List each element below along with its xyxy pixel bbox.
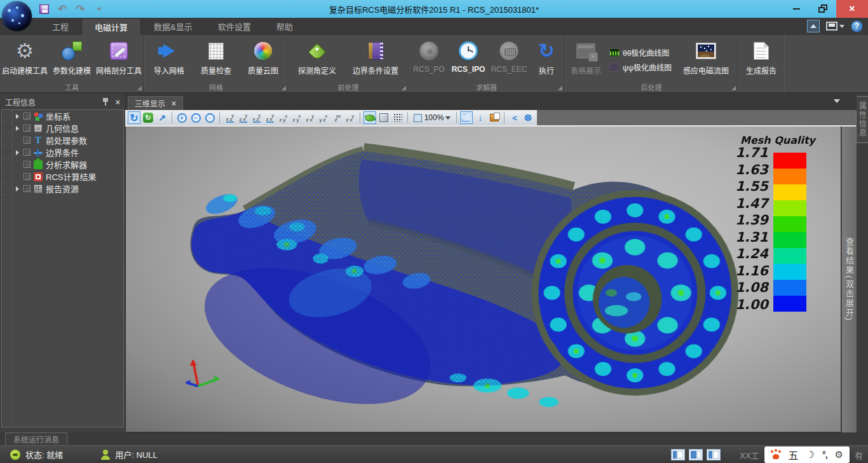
- pin-icon[interactable]: [102, 98, 109, 106]
- axis-view-button[interactable]: y zx: [343, 112, 356, 124]
- zoom-level-select[interactable]: 100%: [411, 111, 453, 124]
- tree-checkbox[interactable]: [24, 149, 31, 156]
- quality-check-button[interactable]: 质量检查: [193, 38, 240, 82]
- tree-item-icon: [34, 124, 43, 133]
- app-logo-icon[interactable]: [2, 1, 32, 31]
- tree-item[interactable]: 坐标系: [13, 110, 123, 122]
- axis-view-button[interactable]: yx z: [330, 112, 343, 124]
- axis-view-button[interactable]: y xz: [223, 112, 236, 124]
- shaded-view-button[interactable]: [363, 111, 376, 124]
- dialog-launcher-icon[interactable]: [402, 86, 406, 90]
- rotate-view-button[interactable]: ↻: [128, 111, 140, 124]
- display-menu-button[interactable]: [826, 22, 844, 31]
- restore-button[interactable]: [810, 0, 836, 18]
- tab-3d-display[interactable]: 三维显示 ×: [128, 96, 183, 110]
- generate-report-button[interactable]: 生成报告: [740, 38, 783, 82]
- sphere-square-icon: [62, 41, 82, 60]
- tab-data-display[interactable]: 数据&显示: [141, 18, 205, 35]
- induced-em-current-button[interactable]: 感应电磁流图: [675, 38, 736, 82]
- dialog-launcher-icon[interactable]: [558, 86, 562, 90]
- execute-button[interactable]: ↻ 执行: [530, 38, 563, 82]
- tree-checkbox[interactable]: [24, 125, 31, 132]
- help-icon[interactable]: ?: [851, 20, 863, 32]
- layout-right-icon[interactable]: [707, 449, 721, 460]
- axis-view-button[interactable]: x yz: [316, 112, 330, 124]
- psi-polarization-plot-button[interactable]: ψψ极化曲线图: [609, 62, 672, 73]
- mesh-partition-tool-button[interactable]: 网格剖分工具: [95, 38, 142, 82]
- tab-list-caret-icon[interactable]: [834, 99, 840, 103]
- minimize-button[interactable]: [783, 0, 810, 18]
- face-select-button[interactable]: [460, 111, 473, 124]
- dialog-launcher-icon[interactable]: [731, 86, 736, 90]
- zoom-in-button[interactable]: +: [175, 111, 188, 124]
- ribbon-group-tools: ⚙ 启动建模工具 参数化建模 网格剖分工具 工具: [0, 35, 144, 92]
- dialog-launcher-icon[interactable]: [137, 86, 142, 90]
- punctuation-icon[interactable]: °,: [822, 450, 827, 460]
- share-view-button[interactable]: <: [508, 111, 520, 124]
- tree-item[interactable]: 分析求解器: [13, 158, 123, 170]
- axis-view-button[interactable]: y zx: [303, 112, 316, 124]
- cancel-view-button[interactable]: ⊗: [522, 111, 534, 124]
- zoom-out-button[interactable]: −: [189, 111, 202, 124]
- close-icon[interactable]: ×: [115, 97, 120, 107]
- tree-checkbox[interactable]: [24, 137, 31, 144]
- drop-select-button[interactable]: ↓: [474, 111, 487, 124]
- tree-checkbox[interactable]: [24, 185, 31, 192]
- system-messages-tab[interactable]: 系统运行消息: [5, 432, 67, 445]
- expand-arrow-icon[interactable]: [16, 186, 19, 191]
- axis-view-button[interactable]: x zy: [276, 112, 290, 124]
- collapse-ribbon-icon[interactable]: [807, 20, 820, 32]
- moon-icon[interactable]: ☽: [806, 449, 815, 460]
- close-button[interactable]: ×: [836, 0, 868, 18]
- dialog-launcher-icon[interactable]: [281, 86, 286, 90]
- detection-angle-button[interactable]: 探测角定义: [290, 38, 344, 82]
- copy-view-button[interactable]: [488, 111, 501, 124]
- ime-toolbar[interactable]: 五 ☽ °, ⚙: [764, 446, 850, 463]
- tree-checkbox[interactable]: [24, 113, 31, 120]
- axis-view-button[interactable]: y zx: [236, 112, 250, 124]
- expand-arrow-icon[interactable]: [16, 114, 19, 119]
- legend-swatch: [773, 248, 806, 264]
- parametric-modeling-button[interactable]: 参数化建模: [48, 38, 95, 82]
- gear-icon[interactable]: ⚙: [835, 449, 843, 460]
- tree-item[interactable]: 报告资源: [13, 183, 123, 195]
- boundary-condition-button[interactable]: 边界条件设置: [344, 38, 407, 82]
- theta-polarization-plot-button[interactable]: θθ极化曲线图: [609, 47, 672, 58]
- layout-middle-icon[interactable]: [689, 449, 703, 460]
- expand-arrow-icon[interactable]: [16, 150, 19, 155]
- close-tab-icon[interactable]: ×: [172, 99, 176, 108]
- tree-item[interactable]: RCS计算结果: [13, 170, 123, 183]
- results-panel-collapsed-bar[interactable]: 查看结果(双击展开): [841, 127, 857, 432]
- tree-checkbox[interactable]: [24, 161, 31, 168]
- orbit-view-button[interactable]: ↻: [142, 111, 154, 124]
- tab-help[interactable]: 帮助: [264, 18, 306, 35]
- ime-mode-label[interactable]: 五: [789, 447, 799, 462]
- import-mesh-button[interactable]: 导入网格: [146, 38, 193, 82]
- launch-modeling-tool-button[interactable]: ⚙ 启动建模工具: [1, 38, 48, 82]
- properties-panel-tab[interactable]: 属性信息: [856, 96, 868, 143]
- expand-arrow-icon[interactable]: [16, 126, 19, 131]
- flat-view-button[interactable]: [377, 111, 390, 124]
- paw-icon[interactable]: [771, 450, 781, 459]
- layout-left-icon[interactable]: [671, 449, 685, 460]
- axis-view-button[interactable]: y xz: [250, 112, 263, 124]
- zoom-window-button[interactable]: ▫: [203, 111, 216, 124]
- tab-project[interactable]: 工程: [39, 18, 81, 35]
- tree-checkbox[interactable]: [24, 173, 31, 180]
- tree-item[interactable]: 几何信息: [13, 122, 123, 134]
- quality-contour-button[interactable]: 质量云图: [240, 38, 287, 82]
- copy-icon: [490, 114, 499, 121]
- axis-view-button[interactable]: x zy: [290, 112, 303, 124]
- tab-software-settings[interactable]: 软件设置: [205, 18, 264, 35]
- 3d-viewport[interactable]: Mesh Quality 1.711.631.551.471.391.311.2…: [125, 127, 841, 432]
- ribbon-group-preprocess: 探测角定义 边界条件设置 前处理: [288, 35, 409, 92]
- view-tab-bar: 三维显示 ×: [125, 93, 857, 110]
- rcs-ipo-button[interactable]: RCS_IPO: [448, 38, 489, 82]
- tree-item[interactable]: 边界条件: [13, 146, 123, 158]
- pan-view-button[interactable]: ↗: [156, 111, 168, 124]
- tree-item[interactable]: 前处理参数: [13, 134, 123, 146]
- dot-grid-icon: [393, 113, 402, 122]
- points-view-button[interactable]: [391, 111, 404, 124]
- axis-view-button[interactable]: y zx: [263, 112, 276, 124]
- tab-em-computation[interactable]: 电磁计算: [81, 18, 141, 35]
